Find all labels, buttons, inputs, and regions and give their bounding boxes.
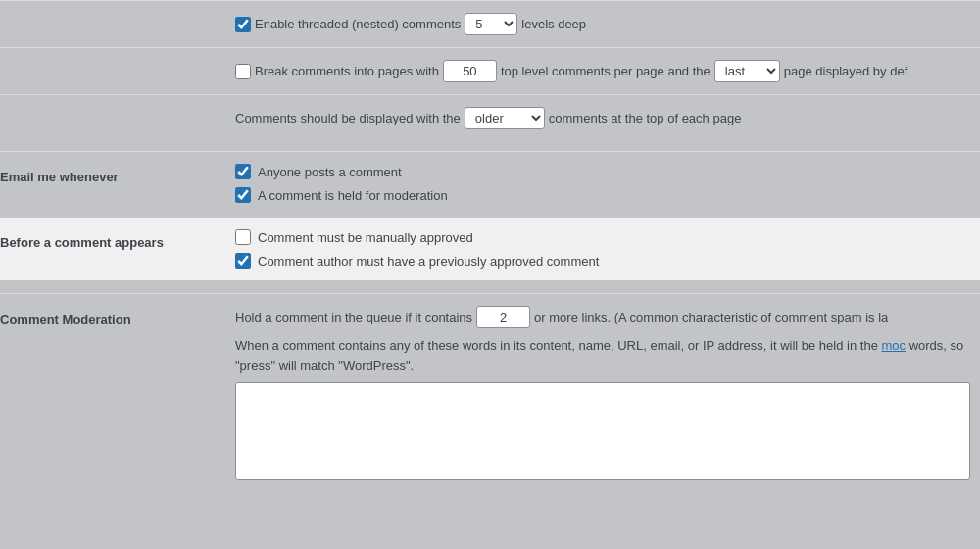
email-held-row: A comment is held for moderation xyxy=(235,187,970,203)
display-order-text2: comments at the top of each page xyxy=(549,111,742,125)
display-order-select[interactable]: older newer xyxy=(465,107,545,129)
email-whenever-label-text: Email me whenever xyxy=(0,170,119,184)
comment-moderation-row: Comment Moderation Hold a comment in the… xyxy=(0,293,980,492)
comment-moderation-label: Comment Moderation xyxy=(0,294,225,492)
comments-per-page-input[interactable] xyxy=(443,60,497,82)
break-comments-text: Break comments into pages with xyxy=(255,64,439,78)
previously-approved-checkbox[interactable] xyxy=(235,253,251,269)
break-comments-line: Break comments into pages with top level… xyxy=(235,60,970,82)
email-held-text: A comment is held for moderation xyxy=(258,188,448,203)
page-display-select[interactable]: last first xyxy=(714,60,780,82)
previously-approved-text: Comment author must have a previously ap… xyxy=(258,254,599,269)
before-comment-label-text: Before a comment appears xyxy=(0,235,164,250)
display-order-line: Comments should be displayed with the ol… xyxy=(235,107,970,129)
page-displayed-text: page displayed by def xyxy=(784,64,907,78)
more-links-text: or more links. (A common characteristic … xyxy=(534,310,888,324)
break-comments-label xyxy=(0,48,225,94)
break-comments-row: Break comments into pages with top level… xyxy=(0,47,980,94)
display-order-label xyxy=(0,95,225,141)
threaded-comments-label xyxy=(0,1,225,47)
before-comment-row: Before a comment appears Comment must be… xyxy=(0,217,980,281)
comment-moderation-content: Hold a comment in the queue if it contai… xyxy=(225,294,980,492)
manually-approved-checkbox[interactable] xyxy=(235,229,251,245)
display-order-row: Comments should be displayed with the ol… xyxy=(0,94,980,141)
moderation-textarea-box xyxy=(235,382,970,480)
enable-threaded-text: Enable threaded (nested) comments xyxy=(255,17,461,31)
break-comments-content: Break comments into pages with top level… xyxy=(225,48,980,94)
spacer1 xyxy=(0,141,980,151)
moderation-link[interactable]: moc xyxy=(881,338,906,353)
before-comment-label: Before a comment appears xyxy=(0,218,225,280)
top-level-text: top level comments per page and the xyxy=(501,64,710,78)
hold-comment-text: Hold a comment in the queue if it contai… xyxy=(235,310,472,324)
moderation-links-input[interactable] xyxy=(476,306,530,328)
moderation-links-line: Hold a comment in the queue if it contai… xyxy=(235,306,970,328)
moderation-text1: When a comment contains any of these wor… xyxy=(235,338,881,353)
email-anyone-row: Anyone posts a comment xyxy=(235,164,970,179)
threaded-comments-line: Enable threaded (nested) comments 5 leve… xyxy=(235,13,970,35)
email-whenever-row: Email me whenever Anyone posts a comment… xyxy=(0,151,980,215)
break-comments-checkbox[interactable] xyxy=(235,64,251,79)
display-order-content: Comments should be displayed with the ol… xyxy=(225,95,980,141)
before-comment-content: Comment must be manually approved Commen… xyxy=(225,218,980,280)
display-order-text1: Comments should be displayed with the xyxy=(235,111,461,125)
email-anyone-text: Anyone posts a comment xyxy=(258,165,402,179)
moderation-paragraph: When a comment contains any of these wor… xyxy=(235,336,970,374)
threaded-comments-content: Enable threaded (nested) comments 5 leve… xyxy=(225,1,980,47)
enable-threaded-checkbox[interactable] xyxy=(235,17,251,32)
comment-moderation-label-text: Comment Moderation xyxy=(0,312,131,326)
manually-approved-row: Comment must be manually approved xyxy=(235,229,970,245)
levels-deep-text: levels deep xyxy=(521,17,586,31)
moderation-textarea[interactable] xyxy=(242,389,963,468)
email-whenever-label: Email me whenever xyxy=(0,152,225,215)
threaded-comments-row: Enable threaded (nested) comments 5 leve… xyxy=(0,0,980,47)
threaded-depth-select[interactable]: 5 xyxy=(465,13,517,35)
spacer2 xyxy=(0,283,980,293)
previously-approved-row: Comment author must have a previously ap… xyxy=(235,253,970,269)
email-anyone-posts-checkbox[interactable] xyxy=(235,164,251,179)
email-whenever-content: Anyone posts a comment A comment is held… xyxy=(225,152,980,215)
email-held-moderation-checkbox[interactable] xyxy=(235,187,251,203)
manually-approved-text: Comment must be manually approved xyxy=(258,230,473,245)
